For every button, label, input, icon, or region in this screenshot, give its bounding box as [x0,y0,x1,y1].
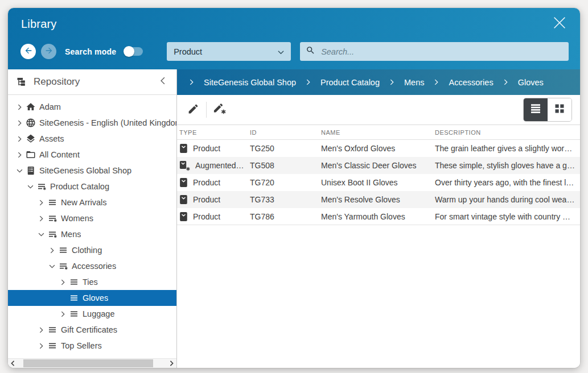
expand-arrow-icon[interactable] [36,215,46,222]
list-star-icon [36,181,47,192]
tree-item-gift-certificates[interactable]: Gift Certificates [8,322,176,338]
collapse-arrow-icon[interactable] [26,185,35,189]
breadcrumb-item-accessories[interactable]: Accessories [446,77,495,88]
id-cell: TG250 [250,144,321,153]
search-icon [306,45,315,57]
tree-item-sitegenesis-global-shop[interactable]: SiteGenesis Global Shop [8,163,176,179]
tree-item-label: SiteGenesis - English (United Kingdom) [39,118,176,127]
name-cell: Men's Classic Deer Gloves [321,161,435,170]
arrow-forward-icon [44,46,54,57]
tree-item-label: All Content [39,150,80,159]
table-row-tg508[interactable]: Augmented …TG508Men's Classic Deer Glove… [177,157,580,174]
collapse-arrow-icon[interactable] [47,264,57,268]
list-icon [69,293,79,303]
list-icon [69,309,79,319]
expand-arrow-icon[interactable] [47,247,57,254]
expand-arrow-icon[interactable] [58,279,68,285]
sidebar-collapse-button[interactable] [158,74,168,90]
expand-arrow-icon[interactable] [15,152,24,158]
forward-button[interactable] [41,44,56,59]
tree-item-new-arrivals[interactable]: New Arrivals [8,194,176,210]
id-cell: TG786 [250,212,321,221]
collapse-arrow-icon[interactable] [36,233,46,237]
expand-arrow-icon[interactable] [36,343,46,349]
id-cell: TG733 [250,195,321,204]
table-row-tg250[interactable]: ProductTG250Men's Oxford GlovesThe grain… [177,140,580,157]
tree-item-label: New Arrivals [61,198,107,207]
type-select[interactable]: Product [167,42,291,61]
breadcrumb-item-sitegenesis-global-shop[interactable]: SiteGenesis Global Shop [202,77,298,88]
results-table: TYPEIDNAMEDESCRIPTION ProductTG250Men's … [177,125,580,368]
tree-item-sitegenesis-english-united-kingdom[interactable]: SiteGenesis - English (United Kingdom) [8,115,176,131]
type-label: Product [193,178,220,187]
collapse-arrow-icon[interactable] [15,169,24,173]
tree-item-label: Womens [61,214,93,223]
type-label: Product [193,195,220,204]
scroll-left-icon[interactable] [8,360,18,366]
list-view-button[interactable] [524,98,548,121]
expand-arrow-icon[interactable] [15,104,24,110]
expand-arrow-icon[interactable] [15,136,24,142]
tree-item-product-catalog[interactable]: Product Catalog [8,179,176,194]
product-icon [179,194,188,205]
id-cell: TG508 [250,161,321,170]
tree-item-assets[interactable]: Assets [8,131,176,147]
name-cell: Men's Resolve Gloves [321,195,435,204]
pencil-icon [187,103,199,117]
tree-item-gloves[interactable]: Gloves [8,290,176,306]
expand-arrow-icon[interactable] [58,311,68,317]
tree-item-label: Gift Certificates [61,325,117,334]
main-panel: SiteGenesis Global ShopProduct CatalogMe… [177,69,580,368]
column-header-type: TYPE [179,129,250,136]
table-row-tg733[interactable]: ProductTG733Men's Resolve GlovesWarm up … [177,191,580,208]
breadcrumb: SiteGenesis Global ShopProduct CatalogMe… [177,69,580,95]
table-row-tg720[interactable]: ProductTG720Unisex Boot II GlovesOver th… [177,174,580,191]
scroll-right-icon[interactable] [167,360,176,366]
tree-item-adam[interactable]: Adam [8,99,176,115]
home-icon [26,102,36,112]
name-cell: Men's Yarmouth Gloves [321,212,435,221]
name-cell: Men's Oxford Gloves [321,144,435,153]
header-toolbar: Search mode Product [20,42,569,61]
tree-item-top-sellers[interactable]: Top Sellers [8,338,176,354]
breadcrumb-item-gloves[interactable]: Gloves [516,77,546,88]
close-button[interactable] [549,14,570,34]
tree-item-ties[interactable]: Ties [8,274,176,290]
scrollbar-track[interactable] [18,359,167,368]
breadcrumb-item-product-catalog[interactable]: Product Catalog [318,77,382,88]
expand-arrow-icon[interactable] [36,327,46,333]
grid-view-button[interactable] [548,98,571,121]
globe-icon [26,118,36,128]
scrollbar-thumb[interactable] [23,359,153,367]
table-header: TYPEIDNAMEDESCRIPTION [177,125,580,140]
breadcrumb-item-mens[interactable]: Mens [402,77,426,88]
type-label: Augmented … [195,161,245,170]
edit-augmented-button[interactable] [209,100,230,120]
toolbar-divider [206,102,207,118]
tree-item-womens[interactable]: Womens [8,210,176,226]
breadcrumb-chevron-icon [190,79,194,85]
expand-arrow-icon[interactable] [36,200,46,206]
type-cell: Product [179,177,250,188]
tree-item-luggage[interactable]: Luggage [8,306,176,322]
list-star-icon [58,261,68,271]
table-row-tg786[interactable]: ProductTG786Men's Yarmouth GlovesFor sma… [177,208,580,225]
tree-item-label: Clothing [72,246,102,255]
name-cell: Unisex Boot II Gloves [321,178,435,187]
tree-item-clothing[interactable]: Clothing [8,242,176,258]
search-input[interactable] [320,47,563,57]
tree-item-mens[interactable]: Mens [8,226,176,242]
tree-item-label: Ties [83,277,98,287]
edit-button[interactable] [183,100,203,120]
breadcrumb-chevron-icon [390,79,394,85]
list-view-icon [529,103,542,117]
expand-arrow-icon[interactable] [15,120,24,126]
back-button[interactable] [20,44,36,59]
tree-item-all-content[interactable]: All Content [8,147,176,163]
search-mode-toggle[interactable] [124,47,143,56]
list-icon [47,325,57,335]
horizontal-scrollbar[interactable] [8,358,176,368]
tree-item-accessories[interactable]: Accessories [8,258,176,274]
close-icon [551,14,568,34]
repository-sidebar: Repository AdamSiteGenesis - English (Un… [8,69,177,368]
